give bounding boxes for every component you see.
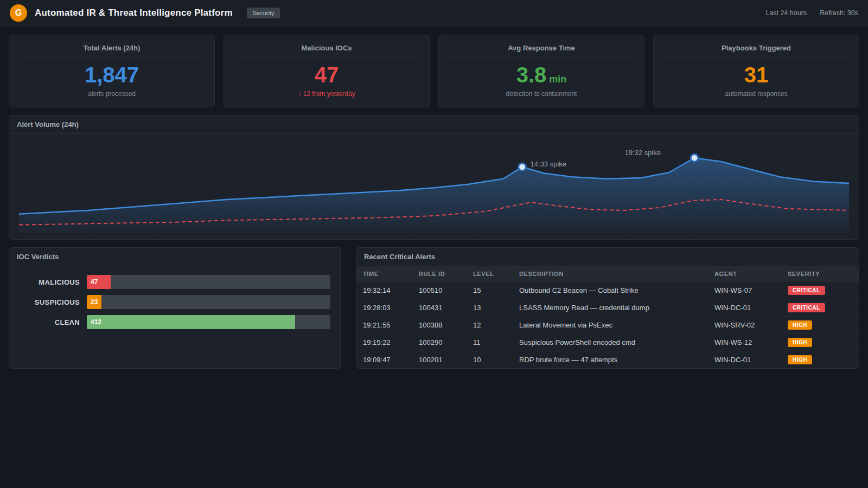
stat-card-malicious-iocs: Malicious IOCs47↑ 12 from yesterday [224,35,430,107]
refresh-interval-label: Refresh: 30s [820,9,858,17]
cell-severity: CRITICAL [781,282,859,299]
cell-level: 15 [467,282,513,299]
alert-volume-panel: Alert Volume (24h) 14:33 spike19:32 spik… [9,115,859,240]
stat-card-total-alerts: Total Alerts (24h)1,847alerts processed [9,35,215,107]
column-header-description: DESCRIPTION [513,266,708,282]
app-logo: G [10,4,27,22]
cell-agent: WIN-DC-01 [708,351,781,369]
stat-card-caption: alerts processed [20,90,203,98]
critical-alerts-table: TIMERULE IDLEVELDESCRIPTIONAGENTSEVERITY… [356,266,859,368]
ioc-bar-track: 412 [87,315,330,329]
ioc-bar-row-clean: CLEAN412 [19,315,330,329]
severity-badge: HIGH [788,320,812,330]
header-meta: Last 24 hours Refresh: 30s [765,9,858,17]
cell-time: 19:09:47 [356,351,412,369]
alert-row: 19:09:4710020110RDP brute force — 47 att… [356,351,859,369]
logo-letter: G [15,8,22,18]
spike-annotation-label: 19:32 spike [625,149,661,157]
cell-agent: WIN-WS-07 [708,282,781,299]
cell-description: Suspicious PowerShell encoded cmd [513,334,708,351]
severity-badge: HIGH [788,355,812,364]
cell-severity: CRITICAL [781,299,859,317]
cell-rule-id: 100510 [412,282,467,299]
alert-row: 19:21:5510038812Lateral Movement via PsE… [356,317,859,334]
stat-card-caption: detection to containment [450,90,633,98]
ioc-bar-fill: 412 [87,315,295,329]
alert-volume-area-fill [19,158,849,233]
column-header-agent: AGENT [708,266,781,282]
ioc-category-label: SUSPICIOUS [19,298,80,306]
severity-badge: HIGH [788,338,812,347]
cell-agent: WIN-WS-12 [708,334,781,351]
ioc-verdicts-panel: IOC Verdicts MALICIOUS47SUSPICIOUS23CLEA… [9,247,341,369]
severity-badge: CRITICAL [788,286,825,295]
column-header-rule-id: RULE ID [412,266,467,282]
stat-card-title: Malicious IOCs [235,44,418,58]
stat-card-title: Total Alerts (24h) [20,44,203,58]
stat-card-caption: automated responses [665,90,848,98]
cell-description: RDP brute force — 47 attempts [513,351,708,369]
stat-card-title: Playbooks Triggered [665,44,848,58]
ioc-bar-track: 23 [87,295,330,309]
ioc-bar-fill: 23 [87,295,101,309]
alert-volume-chart-area: 14:33 spike19:32 spike [9,134,859,239]
stat-card-avg-response-time: Avg Response Time3.8 mindetection to con… [438,35,644,107]
ioc-bar-row-suspicious: SUSPICIOUS23 [19,295,330,309]
alert-row: 19:32:1410051015Outbound C2 Beacon — Cob… [356,282,859,299]
alert-volume-chart: 14:33 spike19:32 spike [18,138,850,234]
cell-level: 12 [467,317,513,334]
cell-description: Lateral Movement via PsExec [513,317,708,334]
page-title: Automated IR & Threat Intelligence Platf… [35,8,233,18]
cell-description: LSASS Memory Read — credential dump [513,299,708,317]
ioc-category-label: CLEAN [19,318,80,326]
ioc-verdicts-bars: MALICIOUS47SUSPICIOUS23CLEAN412 [9,266,340,358]
stat-cards-row: Total Alerts (24h)1,847alerts processedM… [9,35,859,107]
cell-level: 10 [467,351,513,369]
spike-marker [519,163,526,171]
time-range-label: Last 24 hours [765,9,807,17]
recent-critical-alerts-panel: Recent Critical Alerts TIMERULE IDLEVELD… [356,247,859,369]
column-header-severity: SEVERITY [781,266,859,282]
ioc-bar-value: 47 [91,278,98,286]
alert-row: 19:15:2210029011Suspicious PowerShell en… [356,334,859,351]
stat-card-value: 1,847 [20,63,203,86]
ioc-bar-fill: 47 [87,275,111,289]
severity-badge: CRITICAL [788,303,825,312]
security-badge: Security [247,8,280,18]
cell-time: 19:21:55 [356,317,412,334]
cell-time: 19:28:03 [356,299,412,317]
stat-card-value: 3.8 min [450,63,633,86]
recent-critical-alerts-title: Recent Critical Alerts [356,248,859,266]
column-header-level: LEVEL [467,266,513,282]
stat-card-playbooks-triggered: Playbooks Triggered31automated responses [653,35,859,107]
cell-agent: WIN-SRV-02 [708,317,781,334]
cell-level: 13 [467,299,513,317]
cell-severity: HIGH [781,351,859,369]
cell-severity: HIGH [781,317,859,334]
table-header-row: TIMERULE IDLEVELDESCRIPTIONAGENTSEVERITY [356,266,859,282]
spike-annotation-label: 14:33 spike [531,160,567,168]
spike-marker [691,154,698,162]
cell-time: 19:15:22 [356,334,412,351]
cell-rule-id: 100201 [412,351,467,369]
alert-row: 19:28:0310043113LSASS Memory Read — cred… [356,299,859,317]
cell-rule-id: 100290 [412,334,467,351]
ioc-verdicts-panel-title: IOC Verdicts [9,248,340,266]
dashboard-main: Total Alerts (24h)1,847alerts processedM… [0,26,868,377]
column-header-time: TIME [356,266,412,282]
ioc-bar-row-malicious: MALICIOUS47 [19,275,330,289]
cell-rule-id: 100388 [412,317,467,334]
cell-description: Outbound C2 Beacon — Cobalt Strike [513,282,708,299]
stat-card-caption: ↑ 12 from yesterday [235,90,418,98]
cell-agent: WIN-DC-01 [708,299,781,317]
stat-card-value: 31 [665,63,848,86]
app-header: G Automated IR & Threat Intelligence Pla… [0,0,868,26]
cell-severity: HIGH [781,334,859,351]
cell-time: 19:32:14 [356,282,412,299]
cell-rule-id: 100431 [412,299,467,317]
cell-level: 11 [467,334,513,351]
stat-card-title: Avg Response Time [450,44,633,58]
ioc-bar-value: 412 [91,318,101,326]
ioc-bar-track: 47 [87,275,330,289]
stat-card-value: 47 [235,63,418,86]
